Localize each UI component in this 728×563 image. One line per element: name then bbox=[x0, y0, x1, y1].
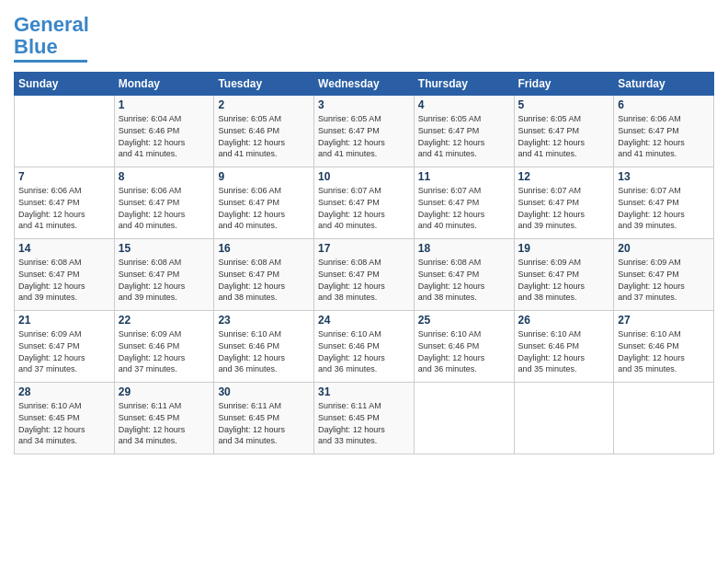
calendar-cell: 1Sunrise: 6:04 AMSunset: 6:46 PMDaylight… bbox=[114, 96, 214, 167]
day-info: Sunrise: 6:05 AMSunset: 6:46 PMDaylight:… bbox=[218, 113, 310, 159]
day-info: Sunrise: 6:06 AMSunset: 6:47 PMDaylight:… bbox=[218, 185, 310, 231]
day-info: Sunrise: 6:09 AMSunset: 6:47 PMDaylight:… bbox=[18, 328, 110, 374]
day-info: Sunrise: 6:04 AMSunset: 6:46 PMDaylight:… bbox=[119, 113, 210, 159]
day-number: 18 bbox=[418, 242, 510, 255]
calendar-cell: 11Sunrise: 6:07 AMSunset: 6:47 PMDayligh… bbox=[414, 167, 514, 239]
calendar-table: SundayMondayTuesdayWednesdayThursdayFrid… bbox=[14, 72, 714, 454]
weekday-header-saturday: Saturday bbox=[614, 73, 714, 96]
day-number: 9 bbox=[218, 170, 310, 183]
day-number: 17 bbox=[318, 242, 410, 255]
calendar-cell: 5Sunrise: 6:05 AMSunset: 6:47 PMDaylight… bbox=[514, 96, 614, 167]
calendar-cell: 7Sunrise: 6:06 AMSunset: 6:47 PMDaylight… bbox=[15, 167, 115, 239]
day-info: Sunrise: 6:07 AMSunset: 6:47 PMDaylight:… bbox=[518, 185, 610, 231]
calendar-row: 14Sunrise: 6:08 AMSunset: 6:47 PMDayligh… bbox=[15, 239, 714, 311]
calendar-cell: 12Sunrise: 6:07 AMSunset: 6:47 PMDayligh… bbox=[514, 167, 614, 239]
day-number: 12 bbox=[518, 170, 610, 183]
calendar-cell: 10Sunrise: 6:07 AMSunset: 6:47 PMDayligh… bbox=[314, 167, 415, 239]
main-container: General Blue SundayMondayTuesdayWednesda… bbox=[0, 0, 728, 464]
day-number: 5 bbox=[518, 98, 610, 111]
day-number: 16 bbox=[218, 242, 310, 255]
logo-blue: Blue bbox=[14, 35, 58, 58]
calendar-cell: 14Sunrise: 6:08 AMSunset: 6:47 PMDayligh… bbox=[15, 239, 115, 311]
calendar-row: 1Sunrise: 6:04 AMSunset: 6:46 PMDaylight… bbox=[15, 96, 714, 167]
day-number: 3 bbox=[318, 98, 410, 111]
calendar-row: 28Sunrise: 6:10 AMSunset: 6:45 PMDayligh… bbox=[15, 383, 714, 454]
day-info: Sunrise: 6:09 AMSunset: 6:47 PMDaylight:… bbox=[518, 257, 610, 303]
calendar-cell: 6Sunrise: 6:06 AMSunset: 6:47 PMDaylight… bbox=[614, 96, 714, 167]
calendar-cell: 3Sunrise: 6:05 AMSunset: 6:47 PMDaylight… bbox=[314, 96, 415, 167]
day-info: Sunrise: 6:08 AMSunset: 6:47 PMDaylight:… bbox=[119, 257, 210, 303]
day-info: Sunrise: 6:07 AMSunset: 6:47 PMDaylight:… bbox=[618, 185, 710, 231]
day-number: 21 bbox=[18, 314, 110, 327]
calendar-cell: 23Sunrise: 6:10 AMSunset: 6:46 PMDayligh… bbox=[214, 311, 314, 383]
day-info: Sunrise: 6:10 AMSunset: 6:46 PMDaylight:… bbox=[618, 328, 710, 374]
weekday-header-friday: Friday bbox=[514, 73, 614, 96]
day-info: Sunrise: 6:05 AMSunset: 6:47 PMDaylight:… bbox=[418, 113, 510, 159]
calendar-cell: 17Sunrise: 6:08 AMSunset: 6:47 PMDayligh… bbox=[314, 239, 415, 311]
day-number: 14 bbox=[18, 242, 110, 255]
calendar-cell: 20Sunrise: 6:09 AMSunset: 6:47 PMDayligh… bbox=[614, 239, 714, 311]
day-number: 22 bbox=[119, 314, 210, 327]
day-info: Sunrise: 6:08 AMSunset: 6:47 PMDaylight:… bbox=[418, 257, 510, 303]
day-info: Sunrise: 6:06 AMSunset: 6:47 PMDaylight:… bbox=[618, 113, 710, 159]
calendar-cell: 26Sunrise: 6:10 AMSunset: 6:46 PMDayligh… bbox=[514, 311, 614, 383]
calendar-cell: 28Sunrise: 6:10 AMSunset: 6:45 PMDayligh… bbox=[15, 383, 115, 454]
day-info: Sunrise: 6:08 AMSunset: 6:47 PMDaylight:… bbox=[318, 257, 410, 303]
day-info: Sunrise: 6:05 AMSunset: 6:47 PMDaylight:… bbox=[518, 113, 610, 159]
weekday-header-wednesday: Wednesday bbox=[314, 73, 415, 96]
day-info: Sunrise: 6:08 AMSunset: 6:47 PMDaylight:… bbox=[18, 257, 110, 303]
day-number: 6 bbox=[618, 98, 710, 111]
day-number: 2 bbox=[218, 98, 310, 111]
calendar-cell: 21Sunrise: 6:09 AMSunset: 6:47 PMDayligh… bbox=[15, 311, 115, 383]
day-info: Sunrise: 6:10 AMSunset: 6:46 PMDaylight:… bbox=[418, 328, 510, 374]
calendar-row: 7Sunrise: 6:06 AMSunset: 6:47 PMDaylight… bbox=[15, 167, 714, 239]
calendar-cell: 29Sunrise: 6:11 AMSunset: 6:45 PMDayligh… bbox=[114, 383, 214, 454]
day-number: 28 bbox=[18, 385, 110, 398]
calendar-cell: 24Sunrise: 6:10 AMSunset: 6:46 PMDayligh… bbox=[314, 311, 415, 383]
day-info: Sunrise: 6:11 AMSunset: 6:45 PMDaylight:… bbox=[318, 400, 410, 446]
calendar-cell: 2Sunrise: 6:05 AMSunset: 6:46 PMDaylight… bbox=[214, 96, 314, 167]
day-number: 25 bbox=[418, 314, 510, 327]
calendar-cell: 25Sunrise: 6:10 AMSunset: 6:46 PMDayligh… bbox=[414, 311, 514, 383]
day-info: Sunrise: 6:10 AMSunset: 6:46 PMDaylight:… bbox=[218, 328, 310, 374]
day-number: 10 bbox=[318, 170, 410, 183]
calendar-cell: 16Sunrise: 6:08 AMSunset: 6:47 PMDayligh… bbox=[214, 239, 314, 311]
logo-text: General Blue bbox=[14, 14, 89, 58]
day-info: Sunrise: 6:06 AMSunset: 6:47 PMDaylight:… bbox=[119, 185, 210, 231]
day-number: 1 bbox=[119, 98, 210, 111]
day-number: 8 bbox=[119, 170, 210, 183]
day-info: Sunrise: 6:10 AMSunset: 6:46 PMDaylight:… bbox=[318, 328, 410, 374]
calendar-cell bbox=[414, 383, 514, 454]
logo: General Blue bbox=[14, 14, 89, 63]
day-number: 11 bbox=[418, 170, 510, 183]
day-number: 26 bbox=[518, 314, 610, 327]
day-info: Sunrise: 6:07 AMSunset: 6:47 PMDaylight:… bbox=[418, 185, 510, 231]
calendar-row: 21Sunrise: 6:09 AMSunset: 6:47 PMDayligh… bbox=[15, 311, 714, 383]
header: General Blue bbox=[14, 14, 714, 63]
logo-underline bbox=[14, 60, 87, 63]
weekday-header-thursday: Thursday bbox=[414, 73, 514, 96]
calendar-cell: 18Sunrise: 6:08 AMSunset: 6:47 PMDayligh… bbox=[414, 239, 514, 311]
calendar-cell bbox=[614, 383, 714, 454]
calendar-body: 1Sunrise: 6:04 AMSunset: 6:46 PMDaylight… bbox=[15, 96, 714, 454]
day-info: Sunrise: 6:10 AMSunset: 6:45 PMDaylight:… bbox=[18, 400, 110, 446]
weekday-header-tuesday: Tuesday bbox=[214, 73, 314, 96]
weekday-header-sunday: Sunday bbox=[15, 73, 115, 96]
calendar-cell: 30Sunrise: 6:11 AMSunset: 6:45 PMDayligh… bbox=[214, 383, 314, 454]
day-info: Sunrise: 6:11 AMSunset: 6:45 PMDaylight:… bbox=[119, 400, 210, 446]
day-number: 23 bbox=[218, 314, 310, 327]
calendar-cell bbox=[15, 96, 115, 167]
weekday-header-monday: Monday bbox=[114, 73, 214, 96]
day-info: Sunrise: 6:11 AMSunset: 6:45 PMDaylight:… bbox=[218, 400, 310, 446]
day-info: Sunrise: 6:09 AMSunset: 6:47 PMDaylight:… bbox=[618, 257, 710, 303]
day-number: 4 bbox=[418, 98, 510, 111]
day-info: Sunrise: 6:09 AMSunset: 6:46 PMDaylight:… bbox=[119, 328, 210, 374]
calendar-cell: 27Sunrise: 6:10 AMSunset: 6:46 PMDayligh… bbox=[614, 311, 714, 383]
day-info: Sunrise: 6:07 AMSunset: 6:47 PMDaylight:… bbox=[318, 185, 410, 231]
calendar-cell: 15Sunrise: 6:08 AMSunset: 6:47 PMDayligh… bbox=[114, 239, 214, 311]
day-info: Sunrise: 6:05 AMSunset: 6:47 PMDaylight:… bbox=[318, 113, 410, 159]
day-number: 13 bbox=[618, 170, 710, 183]
calendar-cell: 8Sunrise: 6:06 AMSunset: 6:47 PMDaylight… bbox=[114, 167, 214, 239]
calendar-cell: 4Sunrise: 6:05 AMSunset: 6:47 PMDaylight… bbox=[414, 96, 514, 167]
day-number: 24 bbox=[318, 314, 410, 327]
